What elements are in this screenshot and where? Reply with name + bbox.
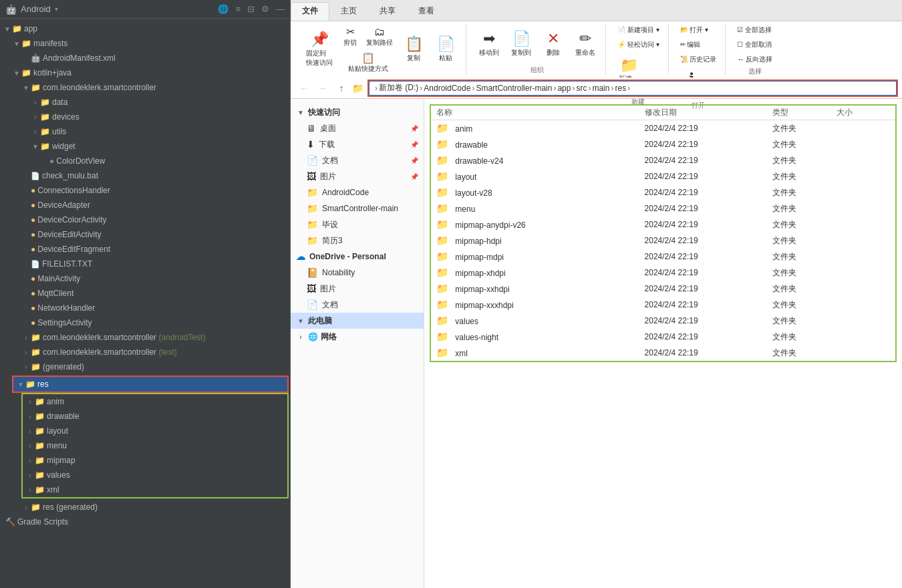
col-header-size[interactable]: 大小 xyxy=(831,106,895,120)
tree-item-generated-sub[interactable]: › 📁 (generated) xyxy=(0,359,290,374)
tree-item-res-generated[interactable]: › 📁 res (generated) xyxy=(0,500,290,514)
minimize-icon[interactable]: — xyxy=(276,4,285,14)
tree-item-filelist[interactable]: 📄 FILELIST.TXT xyxy=(0,257,290,271)
easy-access-btn[interactable]: ⚡ 轻松访问 ▾ xyxy=(614,39,663,51)
move-to-btn[interactable]: ➡ 移动到 xyxy=(474,28,504,59)
tree-item-mqtt[interactable]: ● MqttClient xyxy=(0,286,290,301)
table-row[interactable]: 📁 drawable 2024/2/4 22:19 文件夹 xyxy=(431,136,895,152)
table-row[interactable]: 📁 anim 2024/2/4 22:19 文件夹 xyxy=(431,120,895,137)
sidebar-pictures[interactable]: 🖼 图片 📌 xyxy=(291,168,424,184)
table-row[interactable]: 📁 values-night 2024/2/4 22:19 文件夹 xyxy=(431,329,895,345)
col-header-date[interactable]: 修改日期 xyxy=(639,106,768,120)
select-all-btn[interactable]: ☑ 全部选择 xyxy=(734,24,775,36)
edit-open-btn[interactable]: ✏ 编辑 xyxy=(677,39,704,51)
address-path-bar[interactable]: › 新加卷 (D:) › AndroidCode › SmartControll… xyxy=(369,81,897,96)
sidebar-desktop[interactable]: 🖥 桌面 📌 xyxy=(291,120,424,136)
menu-icon[interactable]: ≡ xyxy=(235,4,241,14)
table-row[interactable]: 📁 menu 2024/2/4 22:19 文件夹 xyxy=(431,200,895,216)
sidebar-docs-od[interactable]: 📄 文档 xyxy=(291,297,424,313)
table-row[interactable]: 📁 mipmap-xhdpi 2024/2/4 22:19 文件夹 xyxy=(431,265,895,281)
sidebar-bishe[interactable]: 📁 毕设 xyxy=(291,216,424,233)
open-btn[interactable]: 📂 打开 ▾ xyxy=(677,24,712,36)
tree-item-data[interactable]: › 📁 data xyxy=(0,95,290,110)
col-header-name[interactable]: 名称 xyxy=(431,106,639,120)
tree-item-network[interactable]: ● NetworkHandler xyxy=(0,301,290,315)
up-button[interactable]: ↑ xyxy=(333,80,349,96)
paste-shortcut-btn[interactable]: 📋 粘贴快捷方式 xyxy=(340,50,396,75)
table-row[interactable]: 📁 mipmap-hdpi 2024/2/4 22:19 文件夹 xyxy=(431,233,895,249)
copy-path-btn[interactable]: 🗂 复制路径 xyxy=(363,25,396,49)
dropdown-arrow[interactable]: ▾ xyxy=(55,5,58,13)
table-row[interactable]: 📁 drawable-v24 2024/2/4 22:19 文件夹 xyxy=(431,152,895,168)
tree-item-menu[interactable]: › 📁 menu xyxy=(23,438,287,453)
paste-btn[interactable]: 📄 粘贴 xyxy=(431,33,460,65)
table-row[interactable]: 📁 mipmap-xxhdpi 2024/2/4 22:19 文件夹 xyxy=(431,281,895,297)
tree-item-mipmap[interactable]: › 📁 mipmap xyxy=(23,453,287,468)
tree-item-android-test[interactable]: › 📁 com.leondeklerk.smartcontroller (and… xyxy=(0,330,290,345)
tree-item-color-dot[interactable]: ● ColorDotView xyxy=(0,154,290,168)
tab-file[interactable]: 文件 xyxy=(291,2,329,21)
tree-item-check-mulu[interactable]: 📄 check_mulu.bat xyxy=(0,168,290,183)
table-row[interactable]: 📁 values 2024/2/4 22:19 文件夹 xyxy=(431,313,895,329)
copy-btn[interactable]: 📋 复制 xyxy=(399,33,428,65)
history-btn[interactable]: 📜 历史记录 xyxy=(677,53,720,65)
tree-item-device-adapter[interactable]: ● DeviceAdapter xyxy=(0,198,290,212)
tree-item-android-manifest[interactable]: 🤖 AndroidManifest.xml xyxy=(0,51,290,65)
pin-btn[interactable]: 📌 固定到快速访问 xyxy=(301,29,337,69)
tab-share[interactable]: 共享 xyxy=(368,2,407,21)
tree-item-layout[interactable]: › 📁 layout xyxy=(23,424,287,438)
network-header[interactable]: › 🌐 网络 xyxy=(291,329,424,345)
globe-icon[interactable]: 🌐 xyxy=(218,4,229,14)
tree-item-utils[interactable]: › 📁 utils xyxy=(0,124,290,139)
col-header-type[interactable]: 类型 xyxy=(767,106,831,120)
tree-item-device-fragment[interactable]: ● DeviceEditFragment xyxy=(0,242,290,257)
tree-item-test[interactable]: › 📁 com.leondeklerk.smartcontroller (tes… xyxy=(0,345,290,359)
tree-item-settings[interactable]: ● SettingsActivity xyxy=(0,315,290,330)
onedrive-header[interactable]: ☁ OneDrive - Personal xyxy=(291,249,424,265)
tree-item-main-activity[interactable]: ● MainActivity xyxy=(0,271,290,286)
table-row[interactable]: 📁 xml 2024/2/4 22:19 文件夹 xyxy=(431,345,895,361)
tree-item-widget[interactable]: ▼ 📁 widget xyxy=(0,139,290,154)
sidebar-android-code[interactable]: 📁 AndroidCode xyxy=(291,184,424,200)
tree-item-manifests[interactable]: ▼ 📁 manifests xyxy=(0,36,290,51)
delete-btn[interactable]: ✕ 删除 xyxy=(539,28,568,59)
select-none-btn[interactable]: ☐ 全部取消 xyxy=(734,39,775,51)
cut-btn[interactable]: ✂ 剪切 xyxy=(340,24,360,49)
sidebar-notability[interactable]: 📔 Notability xyxy=(291,265,424,281)
gradle-scripts[interactable]: 🔨 Gradle Scripts xyxy=(0,514,290,529)
rename-btn[interactable]: ✏ 重命名 xyxy=(571,28,600,59)
tree-item-res[interactable]: ▼ 📁 res xyxy=(13,377,287,392)
quick-access-header[interactable]: ▼ 快速访问 xyxy=(291,104,424,120)
tree-item-connections[interactable]: ● ConnectionsHandler xyxy=(0,183,290,198)
settings-icon[interactable]: ⚙ xyxy=(261,4,269,14)
invert-select-btn[interactable]: ↔ 反向选择 xyxy=(734,53,776,65)
tree-item-xml[interactable]: › 📁 xml xyxy=(23,482,287,497)
forward-button[interactable]: → xyxy=(315,80,331,96)
table-row[interactable]: 📁 mipmap-anydpi-v26 2024/2/4 22:19 文件夹 xyxy=(431,216,895,233)
this-pc-header[interactable]: ▼ 此电脑 xyxy=(291,313,424,329)
tree-item-com-main[interactable]: ▼ 📁 com.leondeklerk.smartcontroller xyxy=(0,80,290,95)
split-icon[interactable]: ⊟ xyxy=(247,4,255,14)
back-button[interactable]: ← xyxy=(296,80,312,96)
tab-home[interactable]: 主页 xyxy=(329,2,368,21)
tree-item-app[interactable]: ▼ 📁 app xyxy=(0,21,290,36)
tab-view[interactable]: 查看 xyxy=(407,2,446,21)
table-row[interactable]: 📁 mipmap-mdpi 2024/2/4 22:19 文件夹 xyxy=(431,249,895,265)
tree-item-devices[interactable]: › 📁 devices xyxy=(0,110,290,124)
tree-item-values[interactable]: › 📁 values xyxy=(23,468,287,482)
table-row[interactable]: 📁 mipmap-xxxhdpi 2024/2/4 22:19 文件夹 xyxy=(431,297,895,313)
tree-item-kotlin-java[interactable]: ▼ 📁 kotlin+java xyxy=(0,65,290,80)
tree-item-drawable[interactable]: › 📁 drawable xyxy=(23,409,287,424)
sidebar-downloads[interactable]: ⬇ 下载 📌 xyxy=(291,136,424,152)
sidebar-pictures-od[interactable]: 🖼 图片 xyxy=(291,281,424,297)
sidebar-documents[interactable]: 📄 文档 📌 xyxy=(291,152,424,168)
sidebar-jianli[interactable]: 📁 简历3 xyxy=(291,233,424,249)
tree-item-device-color[interactable]: ● DeviceColorActivity xyxy=(0,212,290,227)
copy-to-btn[interactable]: 📄 复制到 xyxy=(506,28,536,59)
table-row[interactable]: 📁 layout-v28 2024/2/4 22:19 文件夹 xyxy=(431,184,895,200)
table-row[interactable]: 📁 layout 2024/2/4 22:19 文件夹 xyxy=(431,168,895,184)
tree-item-device-edit[interactable]: ● DeviceEditActivity xyxy=(0,227,290,242)
new-item-btn[interactable]: 📄 新建项目 ▾ xyxy=(614,24,663,36)
sidebar-smart-controller[interactable]: 📁 SmartController-main xyxy=(291,200,424,216)
tree-item-anim[interactable]: › 📁 anim xyxy=(23,394,287,409)
